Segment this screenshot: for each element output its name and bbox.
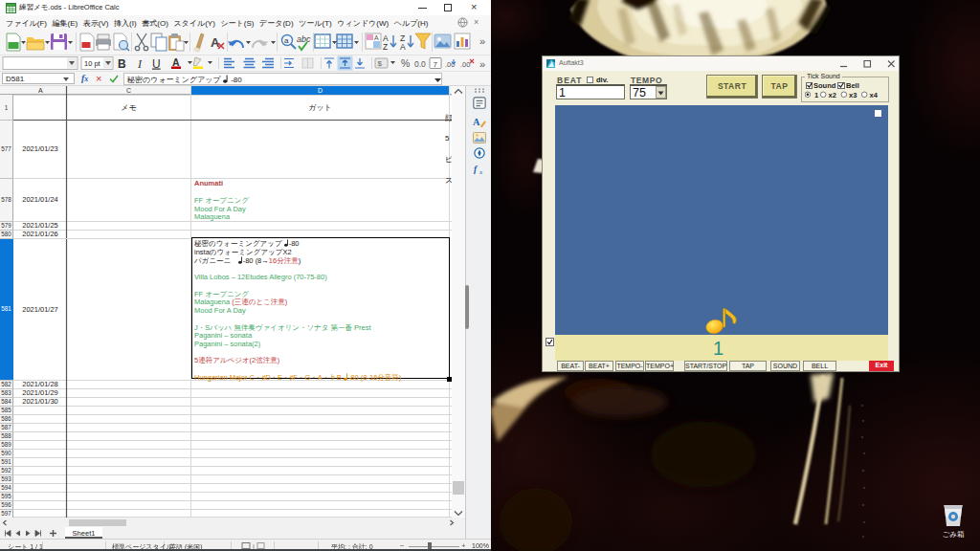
svg-text:»: » xyxy=(479,35,485,47)
svg-text:x3: x3 xyxy=(849,91,857,99)
svg-text:x4: x4 xyxy=(870,91,879,99)
svg-text:1: 1 xyxy=(814,91,818,99)
svg-text:»: » xyxy=(479,58,485,70)
svg-text:I: I xyxy=(137,57,143,71)
svg-text:B: B xyxy=(118,57,126,71)
svg-text:$: $ xyxy=(378,59,383,68)
svg-text:7: 7 xyxy=(434,60,438,69)
svg-text:A: A xyxy=(172,56,180,68)
svg-text:x2: x2 xyxy=(829,91,836,99)
svg-text:A: A xyxy=(374,34,379,41)
svg-text:%: % xyxy=(401,57,410,69)
svg-text:U: U xyxy=(152,57,161,71)
svg-text:a: a xyxy=(284,36,289,45)
svg-text:f: f xyxy=(474,164,478,174)
svg-text:abc: abc xyxy=(297,34,311,44)
svg-text:10 pt: 10 pt xyxy=(84,59,101,68)
svg-text:ごみ箱: ごみ箱 xyxy=(943,530,965,539)
svg-text:.00: .00 xyxy=(460,60,470,69)
svg-text:A: A xyxy=(473,117,480,127)
svg-text:x: x xyxy=(479,168,483,175)
svg-text:A: A xyxy=(400,42,406,52)
svg-text:0.0: 0.0 xyxy=(414,59,426,69)
svg-text:Z: Z xyxy=(383,42,388,52)
